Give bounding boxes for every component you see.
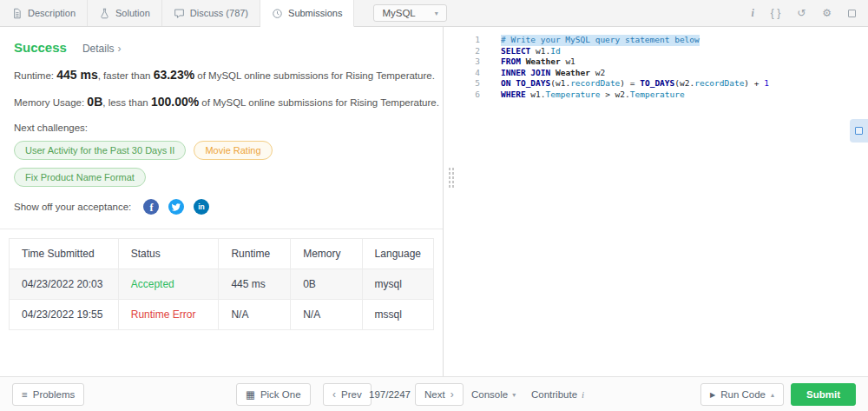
code-line: 2SELECT w1.Id bbox=[444, 46, 868, 57]
popout-icon bbox=[855, 127, 863, 135]
chevron-down-icon: ▾ bbox=[512, 391, 516, 399]
editor-toolbar-icons: i { } ↺ ⚙ bbox=[751, 8, 856, 18]
console-label: Console bbox=[471, 389, 508, 400]
svg-text:in: in bbox=[199, 202, 206, 211]
settings-icon[interactable]: ⚙ bbox=[822, 8, 832, 18]
chevron-left-icon: ‹ bbox=[332, 388, 336, 401]
problem-progress: 197/2247 bbox=[365, 377, 415, 411]
console-toggle[interactable]: Console ▾ bbox=[471, 377, 516, 411]
memory-stat: Memory Usage: 0B, less than 100.00% of M… bbox=[14, 95, 429, 109]
chevron-up-icon: ▴ bbox=[771, 391, 774, 399]
problems-button[interactable]: ≡ Problems bbox=[12, 383, 84, 406]
details-label: Details bbox=[82, 43, 115, 55]
line-number: 6 bbox=[444, 89, 480, 101]
line-number: 3 bbox=[444, 56, 480, 68]
fullscreen-icon[interactable] bbox=[848, 10, 856, 17]
submission-cell: 04/23/2022 20:03 bbox=[10, 269, 119, 300]
share-row: Show off your acceptance: f in bbox=[14, 199, 429, 215]
chevron-right-icon: › bbox=[118, 43, 122, 55]
code-editor-panel: 1# Write your MySQL query statement belo… bbox=[444, 27, 868, 376]
next-button[interactable]: Next › bbox=[415, 383, 464, 406]
challenge-pills: User Activity for the Past 30 Days IIMov… bbox=[14, 141, 378, 187]
challenge-pill[interactable]: User Activity for the Past 30 Days II bbox=[14, 141, 186, 160]
result-area: Success Details › Runtime: 445 ms, faste… bbox=[0, 27, 443, 215]
submission-row: 04/23/2022 20:03Accepted445 ms0Bmysql bbox=[10, 269, 434, 300]
info-icon: i bbox=[582, 389, 584, 400]
challenge-pill[interactable]: Fix Product Name Format bbox=[14, 168, 146, 187]
social-icons: f in bbox=[143, 199, 209, 215]
tab-discuss[interactable]: Discuss (787) bbox=[162, 0, 260, 26]
submission-status-link[interactable]: Accepted bbox=[118, 269, 219, 300]
submission-cell: 445 ms bbox=[219, 269, 291, 300]
problems-label: Problems bbox=[33, 389, 76, 400]
tab-description[interactable]: Description bbox=[0, 0, 88, 26]
challenge-pill[interactable]: Movie Rating bbox=[194, 141, 272, 160]
details-link[interactable]: Details › bbox=[82, 43, 122, 55]
next-label: Next bbox=[424, 389, 445, 400]
result-status: Success bbox=[14, 40, 67, 55]
memory-label: Memory Usage: bbox=[14, 97, 87, 108]
code-line: 5ON TO_DAYS(w1.recordDate) = TO_DAYS(w2.… bbox=[444, 78, 868, 89]
run-code-label: Run Code bbox=[720, 389, 766, 400]
language-selector[interactable]: MySQL ▾ bbox=[373, 4, 446, 22]
chat-icon bbox=[174, 8, 185, 19]
flask-icon bbox=[99, 8, 110, 19]
line-number: 5 bbox=[444, 78, 480, 89]
language-selected-value: MySQL bbox=[382, 8, 415, 18]
top-bar: Description Solution Discuss (787) Submi… bbox=[0, 0, 868, 27]
chevron-down-icon: ▾ bbox=[435, 10, 438, 17]
runtime-rest: of MySQL online submissions for Rising T… bbox=[194, 70, 435, 81]
column-header: Runtime bbox=[219, 239, 291, 269]
tab-submissions[interactable]: Submissions bbox=[260, 0, 354, 27]
history-icon bbox=[272, 8, 283, 19]
submission-cell: mssql bbox=[362, 300, 433, 330]
submissions-table-area: Time SubmittedStatusRuntimeMemoryLanguag… bbox=[0, 229, 443, 330]
code-editor[interactable]: 1# Write your MySQL query statement belo… bbox=[444, 27, 868, 376]
linkedin-icon[interactable]: in bbox=[194, 199, 209, 215]
column-header: Status bbox=[118, 239, 219, 269]
share-label: Show off your acceptance: bbox=[14, 202, 131, 212]
tab-label: Submissions bbox=[288, 8, 342, 18]
tab-bar: Description Solution Discuss (787) Submi… bbox=[0, 0, 354, 26]
editor-popout-button[interactable] bbox=[850, 119, 868, 143]
next-challenges-label: Next challenges: bbox=[14, 123, 429, 133]
code-line: 3FROM Weather w1 bbox=[444, 56, 868, 68]
code-line: 6WHERE w1.Temperature > w2.Temperature bbox=[444, 89, 868, 101]
info-icon[interactable]: i bbox=[751, 8, 753, 18]
line-number: 4 bbox=[444, 68, 480, 79]
column-header: Time Submitted bbox=[10, 239, 119, 269]
code-line: 1# Write your MySQL query statement belo… bbox=[444, 35, 868, 46]
tab-label: Solution bbox=[115, 8, 150, 18]
reset-code-icon[interactable]: ↺ bbox=[797, 8, 806, 18]
column-header: Memory bbox=[291, 239, 362, 269]
memory-rest: of MySQL online submissions for Rising T… bbox=[199, 97, 439, 108]
submissions-panel: Success Details › Runtime: 445 ms, faste… bbox=[0, 27, 444, 376]
format-code-icon[interactable]: { } bbox=[771, 8, 780, 18]
chevron-right-icon: › bbox=[450, 388, 454, 401]
runtime-label: Runtime: bbox=[14, 70, 56, 81]
run-code-button[interactable]: ▶ Run Code ▴ bbox=[700, 383, 784, 406]
contribute-link[interactable]: Contribute i bbox=[531, 377, 584, 411]
submission-cell: N/A bbox=[291, 300, 362, 330]
runtime-stat: Runtime: 445 ms, faster than 63.23% of M… bbox=[14, 68, 429, 82]
bottom-bar: ≡ Problems ▦ Pick One ‹ Prev 197/2247 Ne… bbox=[0, 376, 868, 411]
editor-header: MySQL ▾ i { } ↺ ⚙ bbox=[354, 0, 868, 26]
pick-one-label: Pick One bbox=[260, 389, 301, 400]
facebook-icon[interactable]: f bbox=[143, 199, 159, 215]
menu-icon: ≡ bbox=[22, 389, 28, 400]
submissions-body: 04/23/2022 20:03Accepted445 ms0Bmysql04/… bbox=[10, 269, 434, 330]
memory-value: 0B bbox=[87, 95, 102, 109]
pick-one-button[interactable]: ▦ Pick One bbox=[236, 383, 311, 406]
twitter-icon[interactable] bbox=[168, 199, 184, 215]
code-lines: 1# Write your MySQL query statement belo… bbox=[444, 35, 868, 100]
contribute-label: Contribute bbox=[531, 389, 577, 400]
column-header: Language bbox=[362, 239, 433, 269]
submission-status-link[interactable]: Runtime Error bbox=[118, 300, 219, 330]
code-line: 4INNER JOIN Weather w2 bbox=[444, 68, 868, 79]
panel-resize-handle[interactable] bbox=[448, 167, 455, 189]
submit-button[interactable]: Submit bbox=[791, 383, 856, 406]
document-icon bbox=[11, 8, 23, 19]
memory-mid: , less than bbox=[102, 97, 151, 108]
main-split: Success Details › Runtime: 445 ms, faste… bbox=[0, 27, 868, 376]
tab-solution[interactable]: Solution bbox=[88, 0, 162, 26]
